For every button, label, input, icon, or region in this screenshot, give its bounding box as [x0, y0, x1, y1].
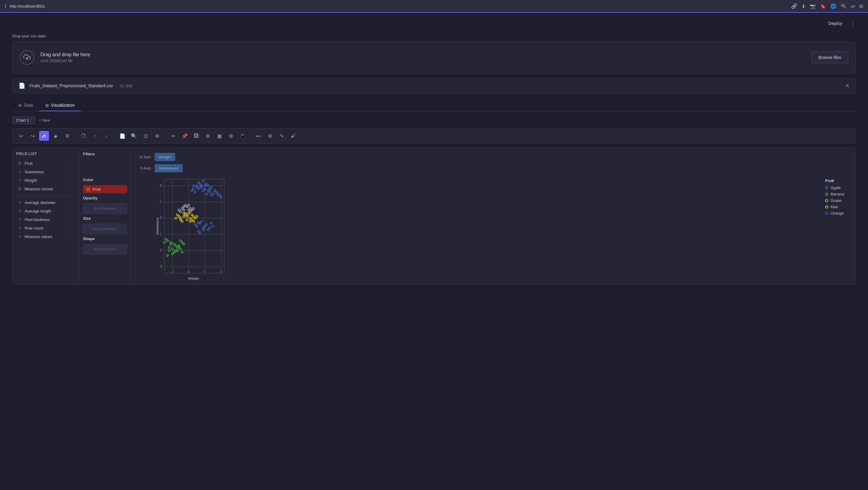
browser-arrows-icon[interactable]: ⇄	[851, 3, 855, 9]
field-name-row-count: Row count	[25, 226, 67, 230]
export-button[interactable]: 📄	[118, 131, 127, 141]
browser-home-icon[interactable]: ⊞	[859, 3, 863, 9]
visualization-tab-label: Visualization	[51, 103, 75, 108]
link-button[interactable]: ⊷	[254, 131, 264, 141]
legend-title: Fruit	[825, 178, 846, 183]
x-axis-field-button[interactable]: Weight	[155, 153, 175, 161]
field-item-avg-diameter[interactable]: # Average diameter ⋯	[16, 198, 75, 207]
zoom-out-button[interactable]: 🔍	[129, 131, 139, 141]
browser-bookmark-icon[interactable]: 🔖	[820, 3, 826, 9]
deploy-button[interactable]: Deploy	[825, 19, 846, 28]
field-item-peel-hardness[interactable]: # Peel hardness ⋯	[16, 215, 75, 224]
undo-button[interactable]: ↩	[16, 131, 26, 141]
align-down-button[interactable]: ↓	[101, 131, 111, 141]
field-more-measure-names[interactable]: ⋯	[70, 186, 74, 191]
field-more-avg-length[interactable]: ⋯	[70, 208, 74, 213]
svg-point-120	[209, 227, 211, 229]
image-button[interactable]: 🖼	[191, 131, 201, 141]
new-chart-tab-button[interactable]: + New	[39, 118, 50, 122]
svg-point-64	[173, 251, 175, 253]
table-button[interactable]: ▦	[215, 131, 224, 141]
svg-point-49	[217, 193, 219, 195]
field-more-row-count[interactable]: ⋯	[70, 226, 74, 230]
svg-point-121	[197, 230, 199, 232]
field-more-avg-diameter[interactable]: ⋯	[70, 200, 74, 205]
svg-point-109	[189, 220, 191, 222]
x-axis-label: X-Axis	[136, 155, 151, 159]
chart-type-button[interactable]	[39, 131, 49, 141]
tab-visualization[interactable]: ◎ Visualization	[39, 100, 81, 111]
svg-point-110	[183, 212, 185, 214]
file-close-button[interactable]: ✕	[845, 82, 849, 89]
color-field-chip[interactable]: Fruit	[83, 185, 127, 193]
field-more-peel-hardness[interactable]: ⋯	[70, 217, 74, 222]
table-settings-button[interactable]: ⚙	[226, 131, 236, 141]
toolbar-sep-2	[114, 132, 115, 140]
browser-actions: 🔗 ⬇ 📷 🔖 🌐 🔌 ⇄ ⊞	[791, 3, 863, 9]
svg-text:0: 0	[160, 216, 162, 220]
field-item-row-count[interactable]: # Row count ⋯	[16, 224, 75, 232]
svg-point-39	[210, 195, 212, 196]
upload-text: Drag and drop file here Limit 200MB per …	[40, 52, 805, 63]
field-more-measure-values[interactable]: ⋯	[70, 234, 74, 239]
svg-point-126	[210, 222, 212, 224]
svg-point-67	[180, 248, 181, 250]
svg-point-43	[218, 195, 220, 196]
field-item-fruit[interactable]: ☰ Fruit ⋯	[16, 159, 75, 168]
svg-point-33	[209, 191, 211, 193]
field-name-fruit: Fruit	[25, 161, 67, 166]
settings-button[interactable]: ⚙	[152, 131, 162, 141]
shape-drop-zone[interactable]: Drop Field Here	[83, 244, 127, 254]
link-settings-button[interactable]: ⚙	[265, 131, 275, 141]
browser-url: http://localhost:8501	[10, 4, 45, 8]
legend-dot-orange	[825, 212, 828, 215]
scatter-svg: .tick-line { stroke: #444; stroke-width:…	[136, 176, 251, 273]
field-item-weight[interactable]: # Weight ⋯	[16, 176, 75, 184]
field-item-measure-values[interactable]: # Measure values ⋯	[16, 232, 75, 241]
opacity-drop-zone[interactable]: Drop Field Here	[83, 203, 127, 214]
browser-extension-icon[interactable]: 🔌	[841, 3, 847, 9]
field-more-sweetness[interactable]: ⋯	[70, 169, 74, 174]
scatter-container: .tick-line { stroke: #444; stroke-width:…	[136, 176, 851, 273]
size-drop-zone[interactable]: Drop Field Here	[83, 224, 127, 234]
svg-point-78	[166, 254, 168, 256]
fit-button[interactable]: ⊡	[141, 131, 150, 141]
svg-point-56	[210, 186, 212, 188]
redo-button[interactable]: ↪	[28, 131, 37, 141]
field-item-sweetness[interactable]: # Sweetness ⋯	[16, 168, 75, 176]
mark-button[interactable]: ◈	[51, 131, 60, 141]
field-item-avg-length[interactable]: # Average length ⋯	[16, 207, 75, 215]
browser-camera-icon[interactable]: 📷	[810, 3, 816, 9]
more-menu-icon[interactable]: ⋮	[850, 20, 856, 27]
shape-label: Shape	[83, 236, 127, 241]
pencil-button[interactable]: ✎	[277, 131, 286, 141]
align-up-button[interactable]: ↑	[90, 131, 100, 141]
pin-button[interactable]: 📌	[180, 131, 190, 141]
field-item-measure-names[interactable]: ☰ Measure names ⋯	[16, 184, 75, 193]
browser-link-icon[interactable]: 🔗	[791, 3, 797, 9]
chart-tabs: Chart 1 : + New	[12, 116, 856, 124]
svg-point-72	[175, 245, 177, 247]
brush-button[interactable]: 🖌	[288, 131, 298, 141]
image-settings-button[interactable]: ⚙	[203, 131, 213, 141]
field-more-fruit[interactable]: ⋯	[70, 161, 74, 166]
legend-label-orange: Orange	[831, 211, 844, 215]
field-more-weight[interactable]: ⋯	[70, 178, 74, 183]
annotate-button[interactable]: ✏	[168, 131, 178, 141]
browser-bar: i http://localhost:8501 🔗 ⬇ 📷 🔖 🌐 🔌 ⇄ ⊞	[0, 0, 868, 13]
y-axis-field-button[interactable]: Sweetness	[155, 164, 183, 172]
browser-globe-icon[interactable]: 🌐	[830, 3, 836, 9]
browse-files-button[interactable]: Browse files	[811, 52, 848, 63]
tab-data[interactable]: ⊞ Data	[12, 100, 39, 111]
upload-zone[interactable]: Drag and drop file here Limit 200MB per …	[12, 41, 856, 74]
filters-panel: Filters Color Fruit Opacity Drop Field H…	[79, 148, 131, 284]
svg-point-113	[191, 214, 193, 216]
browser-download-icon[interactable]: ⬇	[802, 3, 805, 9]
layers-button[interactable]: ⧉	[62, 131, 72, 141]
svg-point-89	[189, 211, 191, 212]
chart-1-tab[interactable]: Chart 1 :	[12, 116, 35, 124]
svg-point-84	[180, 211, 181, 212]
phone-view-button[interactable]: 📱	[238, 131, 247, 141]
duplicate-button[interactable]: ❐	[79, 131, 88, 141]
svg-point-30	[199, 183, 201, 185]
